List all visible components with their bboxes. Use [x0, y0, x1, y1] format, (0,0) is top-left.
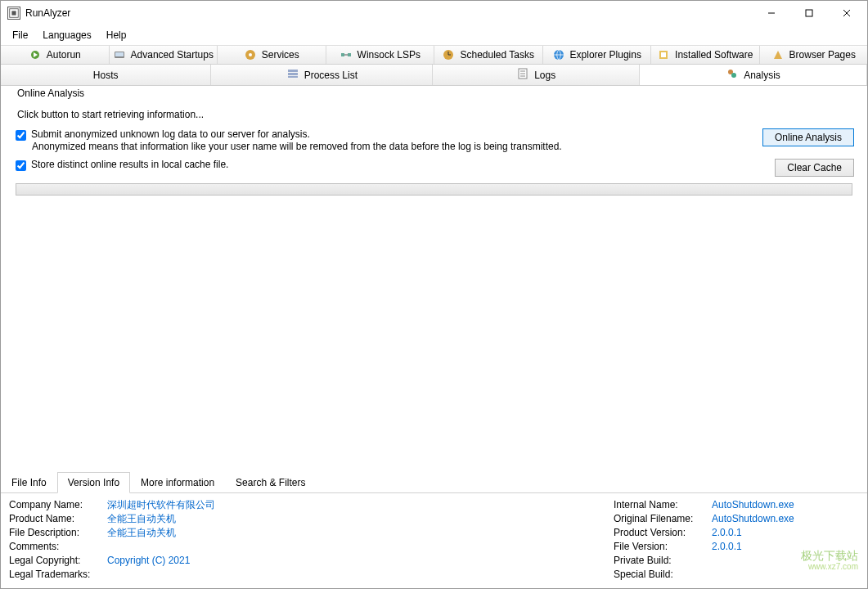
svg-rect-8: [115, 52, 124, 56]
svg-rect-21: [288, 73, 298, 75]
svg-rect-20: [288, 70, 298, 72]
file-description-value[interactable]: 全能王自动关机: [107, 526, 176, 540]
legal-copyright-label: Legal Copyright:: [9, 554, 107, 568]
original-filename-value[interactable]: AutoShutdown.exe: [712, 512, 794, 526]
bottom-tabs: File Info Version Info More information …: [1, 471, 867, 493]
menubar: File Languages Help: [1, 25, 867, 46]
primary-tabs: Autorun Advanced Startups Services Winso…: [1, 46, 867, 65]
app-icon: [7, 7, 20, 20]
version-info-panel: Company Name:深圳超时代软件有限公司 Product Name:全能…: [1, 493, 867, 588]
product-version-label: Product Version:: [614, 526, 712, 540]
tab-label: Analysis: [744, 70, 780, 81]
file-version-value[interactable]: 2.0.0.1: [712, 540, 742, 554]
svg-rect-22: [288, 76, 298, 78]
content-area: Online Analysis Click button to start re…: [1, 86, 867, 588]
cache-checkbox-container[interactable]: Store distinct online results in local c…: [16, 159, 775, 171]
internal-name-label: Internal Name:: [614, 498, 712, 512]
comments-label: Comments:: [9, 540, 107, 554]
close-button[interactable]: [828, 1, 866, 25]
file-description-label: File Description:: [9, 526, 107, 540]
maximize-button[interactable]: [790, 1, 828, 25]
group-title: Online Analysis: [14, 88, 88, 99]
progress-bar: [16, 183, 852, 196]
tab-installed-software[interactable]: Installed Software: [651, 46, 760, 64]
svg-point-28: [731, 73, 736, 78]
product-version-value[interactable]: 2.0.0.1: [712, 526, 742, 540]
version-info-left: Company Name:深圳超时代软件有限公司 Product Name:全能…: [9, 498, 581, 582]
browser-icon: [771, 48, 785, 61]
company-name-label: Company Name:: [9, 498, 107, 512]
tab-winsock[interactable]: Winsock LSPs: [326, 46, 435, 64]
product-name-value[interactable]: 全能王自动关机: [107, 512, 176, 526]
tab-label: Autorun: [47, 49, 81, 61]
legal-trademarks-label: Legal Trademarks:: [9, 568, 107, 582]
special-build-label: Special Build:: [614, 568, 712, 582]
tab-advanced-startups[interactable]: Advanced Startups: [110, 46, 218, 64]
tab-logs[interactable]: Logs: [433, 65, 640, 85]
tab-label: Installed Software: [675, 49, 753, 61]
company-name-value[interactable]: 深圳超时代软件有限公司: [107, 498, 215, 512]
tab-analysis[interactable]: Analysis: [640, 65, 867, 85]
explorer-icon: [552, 48, 565, 61]
winsock-icon: [340, 48, 353, 61]
private-build-label: Private Build:: [614, 554, 712, 568]
original-filename-label: Original Filename:: [614, 512, 712, 526]
autorun-icon: [29, 48, 42, 61]
svg-point-10: [249, 53, 252, 56]
tab-label: Process List: [304, 70, 358, 81]
analysis-icon: [726, 67, 739, 83]
product-name-label: Product Name:: [9, 512, 107, 526]
menu-help[interactable]: Help: [100, 27, 133, 43]
tab-label: Winsock LSPs: [358, 49, 421, 61]
bottom-tab-search-filters[interactable]: Search & Filters: [225, 472, 316, 493]
tab-browser-pages[interactable]: Browser Pages: [760, 46, 868, 64]
svg-rect-1: [11, 11, 16, 15]
tab-label: Scheduled Tasks: [460, 49, 534, 61]
tab-scheduled-tasks[interactable]: Scheduled Tasks: [434, 46, 543, 64]
tab-services[interactable]: Services: [218, 46, 326, 64]
bottom-tab-version-info[interactable]: Version Info: [57, 472, 130, 493]
cache-checkbox-label: Store distinct online results in local c…: [31, 159, 228, 170]
tab-label: Explorer Plugins: [570, 49, 641, 61]
logs-icon: [516, 67, 529, 83]
svg-rect-11: [341, 53, 344, 56]
submit-checkbox-label: Submit anonymized unknown log data to ou…: [31, 128, 310, 140]
internal-name-value[interactable]: AutoShutdown.exe: [712, 498, 794, 512]
tab-label: Hosts: [93, 70, 119, 81]
software-icon: [657, 48, 670, 61]
instruction-text: Click button to start retrieving informa…: [17, 109, 854, 120]
secondary-tabs: Hosts Process List Logs Analysis: [1, 65, 867, 86]
minimize-button[interactable]: [753, 1, 790, 25]
svg-rect-19: [661, 52, 666, 57]
version-info-right: Internal Name:AutoShutdown.exe Original …: [614, 498, 859, 582]
menu-file[interactable]: File: [6, 27, 34, 43]
online-analysis-group: Online Analysis Click button to start re…: [7, 89, 861, 202]
services-icon: [244, 48, 257, 61]
menu-languages[interactable]: Languages: [36, 27, 97, 43]
submit-checkbox[interactable]: [16, 130, 26, 141]
svg-rect-12: [348, 53, 351, 56]
tab-autorun[interactable]: Autorun: [1, 46, 110, 64]
file-version-label: File Version:: [614, 540, 712, 554]
svg-rect-3: [806, 10, 812, 16]
process-icon: [286, 67, 299, 83]
legal-copyright-value[interactable]: Copyright (C) 2021: [107, 554, 190, 568]
tab-label: Services: [262, 49, 299, 61]
submit-desc: Anonymized means that information like y…: [32, 141, 762, 152]
bottom-tab-more-info[interactable]: More information: [130, 472, 225, 493]
window-title: RunAlyzer: [25, 7, 753, 19]
tab-explorer-plugins[interactable]: Explorer Plugins: [543, 46, 652, 64]
submit-checkbox-container[interactable]: Submit anonymized unknown log data to ou…: [16, 128, 762, 141]
online-analysis-button[interactable]: Online Analysis: [762, 128, 854, 146]
tab-label: Logs: [534, 70, 555, 81]
tab-process-list[interactable]: Process List: [211, 65, 433, 85]
bottom-tab-file-info[interactable]: File Info: [1, 472, 57, 493]
tab-hosts[interactable]: Hosts: [1, 65, 211, 85]
startup-icon: [113, 48, 126, 61]
window-controls: [753, 1, 866, 25]
clear-cache-button[interactable]: Clear Cache: [775, 159, 854, 177]
tab-label: Browser Pages: [789, 49, 856, 61]
cache-checkbox[interactable]: [16, 160, 26, 171]
tab-label: Advanced Startups: [131, 49, 214, 61]
scheduled-icon: [442, 48, 455, 61]
